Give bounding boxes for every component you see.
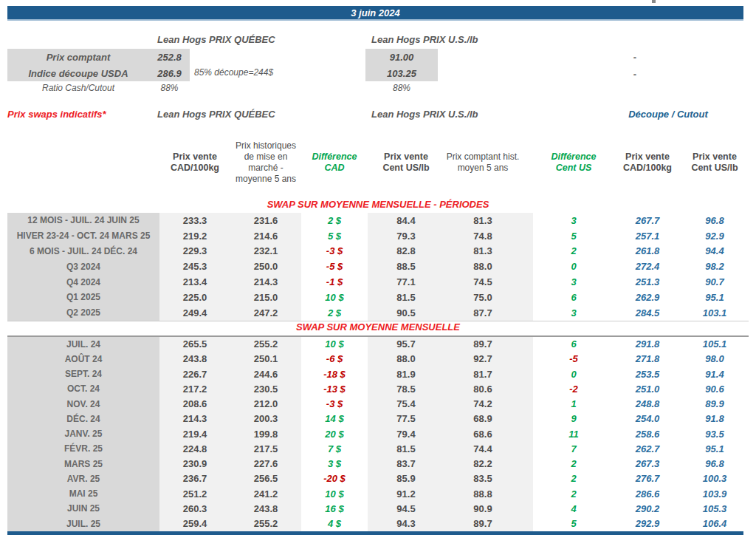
row-cell: 74.2 [444,397,533,412]
row-cell: 85.9 [368,471,444,486]
spot-us-ratio: 88% [365,81,438,94]
row-cell: -1 $ [301,274,368,290]
row-cell: -3 $ [301,397,368,412]
row-cell: 224.8 [159,441,230,456]
row-cell: 81.3 [444,213,533,228]
table-row: OCT. 24217.2230.5-13 $78.580.6-2251.090.… [7,381,749,396]
row-cell: 3 [533,305,614,321]
table-row: AOÛT 24243.8250.1-6 $88.092.7-5271.898.0 [7,352,749,367]
row-cell: 6 [533,337,614,352]
row-cell: 87.7 [444,305,533,321]
row-cell: 92.7 [444,352,533,367]
row-cell: 231.6 [230,213,301,228]
row-cell: 254.0 [614,412,681,426]
row-cell: 217.2 [159,381,230,396]
row-cell: 81.3 [444,244,533,259]
row-label: Q4 2024 [7,274,159,290]
periods-rows: 12 MOIS - JUIL. 24 JUIN 25233.3231.62 $8… [7,213,749,321]
row-cell: 243.8 [230,501,301,516]
row-cell: 267.3 [614,457,681,471]
row-cell: 214.6 [230,228,301,244]
row-cell: 250.0 [230,259,301,274]
cutout-section-title: Découpe / Cutout [605,109,731,120]
row-cell: 96.8 [681,457,749,471]
row-cell: 80.6 [444,381,533,396]
row-cell: 271.8 [614,352,681,367]
row-cell: 95.1 [681,290,749,305]
row-cell: 7 $ [301,441,368,456]
row-cell: 248.8 [614,397,681,412]
row-cell: 5 [533,517,614,531]
table-row: SEPT. 24226.7244.6-18 $81.981.70253.591.… [7,367,749,381]
row-cell: 262.7 [614,441,681,456]
row-label: Q2 2025 [7,305,159,321]
row-cell: 232.1 [230,244,301,259]
row-cell: 74.4 [444,441,533,456]
row-cell: 77.1 [368,274,444,290]
row-label: SEPT. 24 [7,367,159,381]
row-cell: -5 $ [301,259,368,274]
row-cell: 94.5 [368,501,444,516]
row-cell: 89.7 [444,337,533,352]
row-cell: 251.0 [614,381,681,396]
row-cell: 90.9 [444,501,533,516]
column-header: Prix comptant hist. moyen 5 ans [444,137,533,188]
column-header: Prix vente Cent US/lb [681,137,749,188]
spot-label: Indice découpe USDA [7,65,149,81]
row-cell: 81.7 [444,367,533,381]
row-cell: 81.9 [368,367,444,381]
row-label: Q1 2025 [7,290,159,305]
row-cell: 2 $ [301,305,368,321]
row-cell: 2 $ [301,213,368,228]
table-row: DÉC. 24214.3200.314 $77.568.99254.091.8 [7,412,749,426]
column-header-spacer [7,137,159,188]
row-cell: 214.3 [159,412,230,426]
column-header: Prix vente CAD/100kg [159,137,230,188]
swaps-title: Prix swaps indicatifs* [7,109,106,120]
row-cell: -18 $ [301,367,368,381]
row-cell: 16 $ [301,501,368,516]
row-cell: 84.4 [368,213,444,228]
table-row: HIVER 23-24 - OCT. 24 MARS 25219.2214.65… [7,228,749,244]
row-label: Q3 2024 [7,259,159,274]
row-cell: 259.4 [159,517,230,531]
row-cell: 91.8 [681,412,749,426]
row-cell: 217.5 [230,441,301,456]
row-label: NOV. 24 [7,397,159,412]
row-cell: 226.7 [159,367,230,381]
row-label: AVR. 25 [7,471,159,486]
row-cell: 83.7 [368,457,444,471]
row-cell: 2 [533,457,614,471]
row-label: JUIL. 24 [7,337,159,352]
row-cell: 253.5 [614,367,681,381]
table-row: 12 MOIS - JUIL. 24 JUIN 25233.3231.62 $8… [7,213,749,228]
row-cell: 103.9 [681,486,749,501]
row-cell: 255.2 [230,337,301,352]
row-cell: 20 $ [301,426,368,441]
row-cell: 213.4 [159,274,230,290]
cutout-note: 85% découpe=244$ [194,67,273,78]
row-cell: 251.2 [159,486,230,501]
row-cell: 3 [533,213,614,228]
row-cell: 68.9 [444,412,533,426]
row-cell: 94.3 [368,517,444,531]
row-cell: -5 [533,352,614,367]
table-row: FÉVR. 25224.8217.57 $81.574.47262.795.1 [7,441,749,456]
row-cell: 261.8 [614,244,681,259]
row-cell: 290.2 [614,501,681,516]
row-label: OCT. 24 [7,381,159,396]
row-cell: 81.5 [368,441,444,456]
row-cell: 244.6 [230,367,301,381]
row-cell: 75.0 [444,290,533,305]
row-cell: 284.5 [614,305,681,321]
row-cell: 89.9 [681,397,749,412]
row-cell: 96.8 [681,213,749,228]
row-cell: 11 [533,426,614,441]
row-cell: 88.0 [444,259,533,274]
row-cell: -2 [533,381,614,396]
row-cell: 227.6 [230,457,301,471]
row-cell: 14 $ [301,412,368,426]
row-cell: 2 [533,486,614,501]
spot-quebec-title: Lean Hogs PRIX QUÉBEC [157,34,275,45]
row-cell: 4 [533,501,614,516]
